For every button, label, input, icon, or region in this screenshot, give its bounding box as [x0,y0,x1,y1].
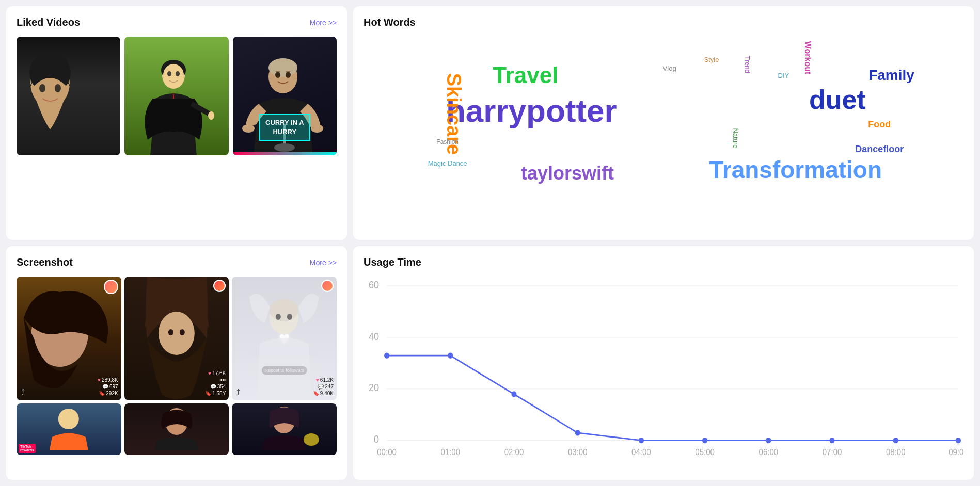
y-label-40: 40 [369,330,379,342]
word-dancefloor: Dancefloor [855,143,904,154]
x-label-4: 04:00 [631,447,651,457]
sc-small-svg-3 [232,403,337,450]
svg-point-11 [167,71,171,76]
hot-words-panel: Hot Words harrypotter Travel Transformat… [353,6,974,240]
svg-point-18 [275,72,280,78]
screenshot-more[interactable]: More >> [310,258,337,267]
dot-0 [384,352,389,358]
svg-point-21 [274,143,295,152]
x-label-2: 02:00 [504,447,524,457]
dot-2 [511,391,516,397]
screenshot-item-4[interactable]: TikTokrewards [17,403,121,455]
sc-small-svg-1 [17,403,121,450]
liked-videos-more[interactable]: More >> [310,19,337,27]
svg-point-33 [304,433,319,446]
screenshot-item-2[interactable]: ♥ 17.6K ••• 💬 354 🔖 1.55Y [124,277,229,400]
screenshot-item-6[interactable] [232,403,337,455]
liked-videos-header: Liked Videos More >> [17,17,337,28]
x-label-9: 09:00 [949,447,963,457]
dot-8 [893,438,898,443]
word-duet: duet [809,84,866,115]
word-transformation: Transformation [709,156,882,184]
person-svg-2 [124,37,223,155]
word-family: Family [868,67,914,84]
word-cloud: harrypotter Travel Transformation taylor… [363,37,963,212]
screenshot-item-3[interactable]: ♥ 61.2K 💬 247 🔖 9.40K ♥ Repost to follow… [232,277,337,400]
sc-person-svg-3 [232,277,337,400]
word-diy: DIY [778,71,789,79]
svg-point-23 [158,312,194,355]
dot-9 [956,438,961,443]
word-nature: Nature [732,128,739,149]
sc-person-svg-1 [17,277,121,400]
svg-point-28 [276,314,281,320]
svg-point-14 [242,124,255,133]
screenshot-item-1[interactable]: ♥ 289.8K 💬 697 🔖 292K ⤴ [17,277,121,400]
screenshot-header: Screenshot More >> [17,256,337,268]
word-fashion: Fashion [436,138,459,145]
liked-videos-title: Liked Videos [17,17,80,28]
y-label-20: 20 [369,382,379,393]
screenshot-item-5[interactable] [124,403,229,455]
video-thumb-3[interactable]: CURRY IN AHURRY [233,37,337,155]
x-label-6: 06:00 [759,447,779,457]
tiktok-rewards-badge: TikTokrewards [19,444,36,453]
usage-chart-svg: 60 40 20 0 00:00 01:00 02:00 03:00 04:00… [363,277,963,464]
svg-point-25 [179,329,184,335]
word-style: Style [704,56,719,63]
liked-videos-panel: Liked Videos More >> [6,6,347,240]
word-food: Food [868,119,891,130]
screenshot-main-grid: ♥ 289.8K 💬 697 🔖 292K ⤴ [17,277,337,400]
word-taylorswift: taylorswift [521,163,614,184]
svg-point-12 [176,71,180,76]
svg-point-30 [58,409,79,429]
hot-words-title: Hot Words [363,17,416,28]
screenshot-title: Screenshot [17,256,73,268]
word-vlog: Vlog [663,64,676,72]
x-label-0: 00:00 [377,447,397,457]
dot-3 [575,430,580,435]
x-label-3: 03:00 [568,447,588,457]
x-label-5: 05:00 [695,447,715,457]
video-overlay-text: CURRY IN AHURRY [259,114,310,141]
screenshot-panel: Screenshot More >> ♥ 289.8K 💬 697 🔖 292K [6,246,347,480]
svg-point-17 [268,58,297,77]
usage-time-header: Usage Time [363,256,963,268]
svg-point-3 [55,84,61,92]
dot-7 [830,438,835,443]
word-harrypotter: harrypotter [446,92,617,128]
svg-point-10 [163,64,184,87]
usage-time-chart: 60 40 20 0 00:00 01:00 02:00 03:00 04:00… [363,277,963,464]
usage-line [387,355,958,440]
dot-6 [766,438,771,443]
x-label-1: 01:00 [440,447,460,457]
usage-time-panel: Usage Time 60 40 20 0 00:00 01:00 02:00 … [353,246,974,480]
y-label-0: 0 [374,433,379,445]
video-thumb-2[interactable] [124,37,228,155]
y-label-60: 60 [369,279,379,290]
video-thumb-1[interactable] [17,37,120,155]
svg-point-2 [39,84,45,92]
svg-point-29 [287,314,292,320]
word-trend: Trend [744,56,751,73]
word-travel: Travel [493,62,558,88]
sc-person-svg-2 [124,277,229,400]
svg-point-8 [208,111,214,120]
svg-point-15 [311,124,323,133]
usage-time-title: Usage Time [363,256,421,268]
dot-4 [639,438,644,443]
hot-words-header: Hot Words [363,17,963,28]
svg-point-24 [168,329,173,335]
word-workout: Workout [803,41,812,75]
tiktok-color-bar [233,152,337,155]
svg-point-19 [286,72,291,78]
liked-videos-grid: CURRY IN AHURRY [17,37,337,155]
screenshot-second-row: TikTokrewards [17,403,337,455]
x-label-8: 08:00 [886,447,906,457]
person-svg-1 [17,37,84,150]
svg-point-27 [270,299,298,321]
sc-small-svg-2 [124,403,229,450]
x-label-7: 07:00 [823,447,842,457]
dot-1 [448,352,453,358]
dot-5 [702,438,707,443]
